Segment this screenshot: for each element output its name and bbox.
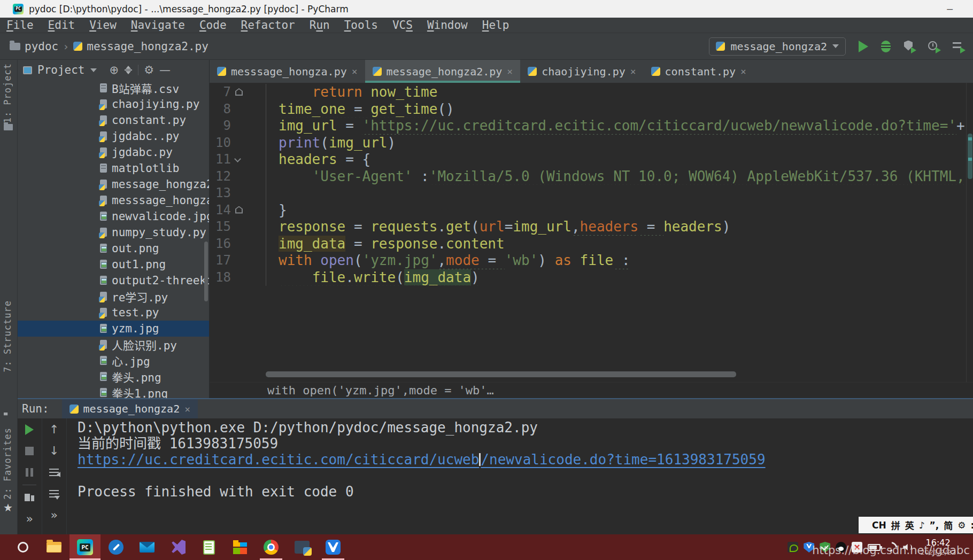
tree-item[interactable]: 拳头1.png <box>18 385 209 398</box>
minimize-button[interactable]: — <box>947 3 953 14</box>
pause-button[interactable] <box>24 466 35 478</box>
ime-item[interactable]: : <box>970 520 973 531</box>
taskbar-app-windows-app[interactable] <box>225 534 256 560</box>
tree-item[interactable]: numpy_study.py <box>18 224 209 240</box>
run-button[interactable] <box>859 41 868 52</box>
ime-item[interactable]: CH <box>872 520 886 531</box>
breadcrumb-file[interactable]: message_hongza2.py <box>87 40 208 53</box>
editor-tab[interactable]: constant.py × <box>644 60 754 83</box>
taskbar-app-chrome[interactable] <box>256 534 287 560</box>
tree-item[interactable]: jgdabc.py <box>18 144 209 160</box>
close-icon[interactable]: × <box>507 66 513 77</box>
editor-tab[interactable]: messsage_hongza.py × <box>210 60 365 83</box>
menu-item-navigate[interactable]: Navigate <box>131 19 185 32</box>
tree-item[interactable]: message_hongza2.p <box>18 176 209 192</box>
ime-item[interactable]: ⚙ <box>957 520 966 531</box>
tree-item[interactable]: 人脸识别.py <box>18 337 209 353</box>
prev-occurrence-button[interactable]: ↑ <box>48 424 60 435</box>
run-tool-window-icon[interactable] <box>4 413 12 419</box>
taskbar-app-explorer[interactable] <box>38 534 70 560</box>
tray-icon-shield-blue[interactable] <box>804 542 814 553</box>
debug-button[interactable] <box>881 41 891 52</box>
close-icon[interactable]: × <box>352 66 358 77</box>
taskbar-app-visual-studio[interactable] <box>163 534 194 560</box>
taskbar-app-settings[interactable] <box>101 534 132 560</box>
tree-item[interactable]: newvalicode.jpg <box>18 208 209 224</box>
tree-item[interactable]: 心.jpg <box>18 353 209 369</box>
close-icon[interactable]: × <box>630 66 636 77</box>
tree-item[interactable]: messsage_hongza.p <box>18 192 209 208</box>
menu-item-tools[interactable]: Tools <box>344 19 378 32</box>
more-options-button[interactable]: » <box>48 509 60 521</box>
close-icon[interactable]: × <box>740 66 746 77</box>
tool-window-button-favorites[interactable]: 2: Favorites <box>2 427 13 500</box>
tree-item[interactable]: re学习.py <box>18 289 209 305</box>
tree-item[interactable]: test.py <box>18 305 209 321</box>
menu-item-edit[interactable]: Edit <box>48 19 75 32</box>
breadcrumb-project[interactable]: pydoc <box>25 40 58 53</box>
tray-icon-battery[interactable] <box>868 544 881 551</box>
menu-item-run[interactable]: Run <box>310 19 330 32</box>
settings-gear-button[interactable]: ⚙ <box>144 65 154 76</box>
taskbar-app-tim[interactable] <box>318 534 349 560</box>
tool-window-button-project[interactable]: 1: Project <box>2 63 13 123</box>
tree-item[interactable]: yzm.jpg <box>18 321 209 337</box>
taskbar-app-python-console[interactable] <box>287 534 318 560</box>
run-tab[interactable]: message_hongza2 × <box>62 399 198 418</box>
tree-item[interactable]: B站弹幕.csv <box>18 80 209 96</box>
star-icon[interactable]: ★ <box>3 501 13 514</box>
close-icon[interactable]: × <box>184 403 190 415</box>
vertical-scrollbar-thumb[interactable] <box>968 134 972 179</box>
restore-layout-button[interactable] <box>24 492 35 503</box>
tree-item[interactable]: output2-threeking <box>18 273 209 289</box>
horizontal-scrollbar[interactable] <box>266 371 736 377</box>
fold-marker-icon[interactable] <box>235 88 243 96</box>
editor-tab[interactable]: message_hongza2.py × <box>365 60 521 83</box>
taskbar-app-start[interactable] <box>7 534 38 560</box>
ime-item[interactable]: 英 <box>905 518 914 532</box>
fold-marker-icon[interactable] <box>234 155 241 162</box>
tray-icon-nvidia[interactable] <box>787 542 798 553</box>
menu-item-file[interactable]: File <box>6 19 34 32</box>
stop-button[interactable] <box>24 445 35 457</box>
rerun-button[interactable] <box>24 424 35 435</box>
tray-icon-network[interactable] <box>886 542 897 553</box>
chevron-down-icon[interactable] <box>90 68 97 72</box>
menu-item-refactor[interactable]: Refactor <box>241 19 295 32</box>
ime-item[interactable]: 拼 <box>891 518 900 532</box>
console-output[interactable]: D:\python\python.exe D:/python/pydoc/mes… <box>67 418 973 534</box>
more-options-button[interactable]: » <box>24 513 35 525</box>
fold-marker-icon[interactable] <box>235 206 243 214</box>
scroll-to-end-button[interactable] <box>48 488 60 500</box>
tray-icon-qq[interactable] <box>836 542 846 553</box>
taskbar-app-notepad[interactable] <box>194 534 225 560</box>
ime-item[interactable]: 简 <box>944 518 953 532</box>
tool-window-button-structure[interactable]: 7: Structure <box>2 300 13 372</box>
tree-item[interactable]: matplotlib <box>18 160 209 176</box>
menu-item-code[interactable]: Code <box>199 19 227 32</box>
project-panel-title[interactable]: Project <box>37 64 85 76</box>
coverage-button[interactable] <box>904 41 915 52</box>
hide-panel-button[interactable]: — <box>159 65 171 76</box>
tray-icon-defender[interactable] <box>820 542 830 553</box>
code-editor[interactable]: 7 return now_time 8 time_one = get_time(… <box>210 83 966 382</box>
tray-icon-volume[interactable] <box>902 542 913 553</box>
tree-item[interactable]: constant.py <box>18 112 209 128</box>
profiler-button[interactable] <box>928 41 940 52</box>
tree-item[interactable]: jgdabc..py <box>18 128 209 144</box>
taskbar-clock[interactable]: 16:422021/2/22 <box>920 538 956 557</box>
collapse-all-button[interactable] <box>124 66 133 74</box>
ime-item[interactable]: ♪ <box>919 520 925 531</box>
menu-item-vcs[interactable]: VCS <box>392 19 413 32</box>
run-anything-button[interactable] <box>953 41 964 52</box>
taskbar-app-pycharm[interactable]: PC <box>70 534 101 560</box>
tree-item[interactable]: chaojiying.py <box>18 96 209 112</box>
error-stripe[interactable] <box>966 83 973 382</box>
tree-item[interactable]: out.png <box>18 240 209 256</box>
run-configuration-selector[interactable]: message_hongza2 <box>709 37 846 56</box>
menu-item-view[interactable]: View <box>89 19 117 32</box>
editor-tab[interactable]: chaojiying.py × <box>520 60 643 83</box>
tree-item[interactable]: 拳头.png <box>18 369 209 385</box>
locate-file-button[interactable]: ⊕ <box>110 65 119 76</box>
next-occurrence-button[interactable]: ↓ <box>48 445 60 457</box>
